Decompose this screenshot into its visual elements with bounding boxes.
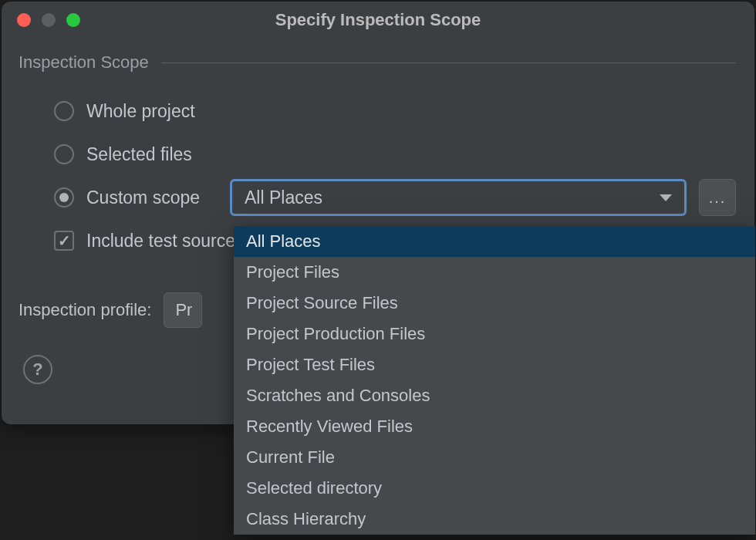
dropdown-item-class-hierarchy[interactable]: Class Hierarchy: [234, 504, 755, 535]
radio-label: Whole project: [86, 101, 195, 122]
browse-scope-button[interactable]: ...: [699, 179, 736, 216]
profile-combo-value: Pr: [175, 300, 192, 320]
minimize-icon[interactable]: [42, 13, 56, 27]
titlebar: Specify Inspection Scope: [2, 2, 754, 39]
radio-selected-files[interactable]: Selected files: [54, 133, 736, 176]
window-controls: [2, 13, 80, 27]
profile-combo[interactable]: Pr: [164, 292, 202, 328]
dropdown-item-project-files[interactable]: Project Files: [234, 257, 755, 288]
combo-value: All Places: [245, 187, 322, 208]
dropdown-item-current-file[interactable]: Current File: [234, 442, 755, 473]
profile-label: Inspection profile:: [19, 300, 151, 320]
dialog-title: Specify Inspection Scope: [2, 10, 754, 30]
radio-icon[interactable]: [54, 187, 74, 208]
radio-label[interactable]: Custom scope: [86, 187, 218, 208]
close-icon[interactable]: [17, 13, 31, 27]
help-icon: ?: [32, 359, 42, 380]
help-button[interactable]: ?: [23, 355, 52, 384]
dropdown-item-scratches-consoles[interactable]: Scratches and Consoles: [234, 380, 755, 411]
radio-custom-scope-row: Custom scope All Places ...: [54, 176, 736, 219]
custom-scope-dropdown: All Places Project Files Project Source …: [234, 226, 755, 535]
section-header: Inspection Scope: [19, 52, 736, 73]
dropdown-item-recently-viewed[interactable]: Recently Viewed Files: [234, 411, 755, 442]
checkbox-icon: [54, 231, 74, 251]
divider: [161, 62, 736, 63]
dropdown-item-all-places[interactable]: All Places: [234, 226, 755, 257]
chevron-down-icon: [660, 194, 672, 201]
radio-whole-project[interactable]: Whole project: [54, 89, 736, 133]
radio-label: Selected files: [86, 144, 192, 165]
section-title: Inspection Scope: [19, 52, 149, 73]
dropdown-item-project-production-files[interactable]: Project Production Files: [234, 319, 755, 349]
dropdown-item-selected-directory[interactable]: Selected directory: [234, 473, 755, 504]
maximize-icon[interactable]: [66, 13, 80, 27]
dropdown-item-project-test-files[interactable]: Project Test Files: [234, 349, 755, 380]
checkbox-label: Include test sources: [86, 231, 245, 251]
dropdown-item-project-source-files[interactable]: Project Source Files: [234, 288, 755, 319]
radio-icon: [54, 101, 74, 121]
ellipsis-icon: ...: [709, 189, 727, 207]
radio-icon: [54, 144, 74, 164]
custom-scope-combo[interactable]: All Places: [230, 179, 687, 216]
